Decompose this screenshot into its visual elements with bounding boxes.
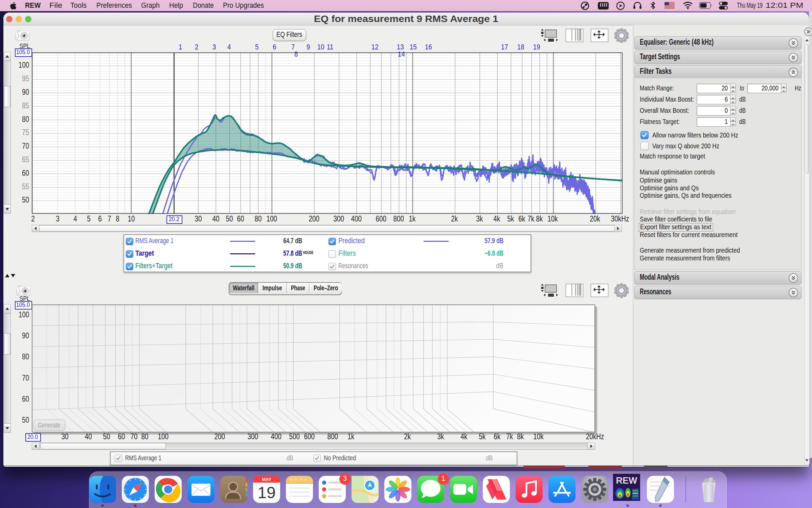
svg-text:MAY: MAY	[262, 477, 271, 482]
svg-text:REW: REW	[616, 475, 638, 486]
svg-text:19: 19	[257, 484, 275, 502]
